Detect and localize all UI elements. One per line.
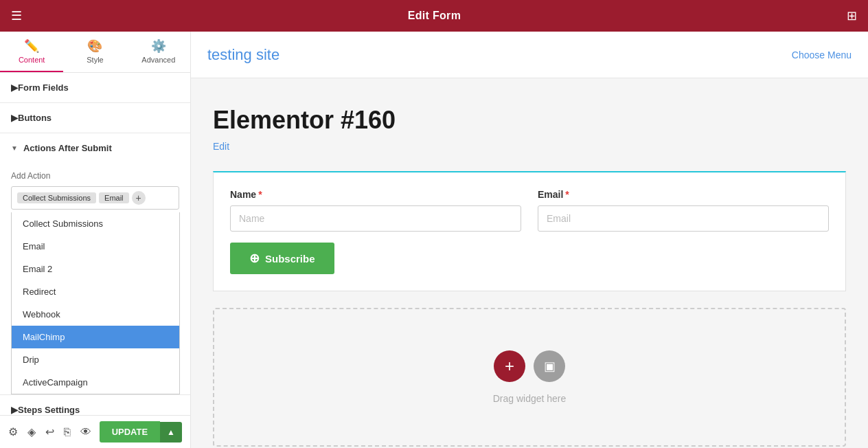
tab-style-label: Style [87, 56, 103, 64]
advanced-tab-icon: ⚙️ [151, 38, 166, 54]
history-icon[interactable]: ↩ [45, 425, 54, 438]
section-actions-header[interactable]: ▼ Actions After Submit [0, 133, 190, 163]
name-form-group: Name * [230, 189, 521, 232]
tab-content-label: Content [19, 56, 45, 64]
preview-icon[interactable]: 👁 [80, 426, 91, 438]
section-form-fields-label: Form Fields [18, 82, 69, 93]
sidebar-bottom: ⚙ ◈ ↩ ⎘ 👁 UPDATE ▲ [0, 415, 190, 448]
email-form-group: Email * [538, 189, 829, 232]
section-actions-label: Actions After Submit [23, 143, 112, 153]
name-label: Name * [230, 189, 521, 200]
subscribe-label: Subscribe [265, 253, 315, 265]
action-tag-email[interactable]: Email [99, 192, 129, 203]
dropdown-item-mailchimp[interactable]: MailChimp [12, 326, 179, 348]
section-buttons: ▶ Buttons [0, 103, 190, 133]
update-btn-group: UPDATE ▲ [100, 421, 182, 443]
dropdown-item-email-2[interactable]: Email 2 [12, 258, 179, 280]
action-tags-row[interactable]: Collect Submissions Email + [11, 186, 179, 210]
content-tab-icon: ✏️ [24, 38, 39, 54]
dropdown-item-webhook[interactable]: Webhook [12, 303, 179, 326]
page-title: Elementor #160 [213, 106, 846, 135]
drop-zone-text: Drag widget here [493, 393, 567, 404]
templates-icon[interactable]: ⎘ [64, 426, 71, 438]
add-tag-button[interactable]: + [132, 191, 146, 205]
section-steps-label: Steps Settings [18, 405, 80, 415]
action-dropdown: Collect Submissions Email Email 2 Redire… [11, 212, 180, 394]
dropdown-item-activecampaign[interactable]: ActiveCampaign [12, 371, 179, 394]
chevron-right-icon-2: ▶ [11, 113, 18, 123]
add-widget-button[interactable]: + [494, 350, 525, 382]
tab-style[interactable]: 🎨 Style [63, 32, 126, 72]
name-input[interactable] [230, 205, 521, 232]
section-actions: ▼ Actions After Submit Add Action Collec… [0, 133, 190, 395]
tab-content[interactable]: ✏️ Content [0, 32, 63, 72]
style-tab-icon: 🎨 [87, 38, 102, 54]
chevron-right-icon: ▶ [11, 82, 18, 93]
choose-menu-link[interactable]: Choose Menu [792, 49, 852, 60]
section-steps-header[interactable]: ▶ Steps Settings [0, 395, 190, 415]
subscribe-button[interactable]: ⊕ Subscribe [230, 243, 334, 274]
sidebar: ✏️ Content 🎨 Style ⚙️ Advanced ▶ Form Fi… [0, 32, 191, 448]
edit-link[interactable]: Edit [213, 141, 229, 152]
section-steps-settings: ▶ Steps Settings [0, 395, 190, 415]
subscribe-icon: ⊕ [249, 251, 260, 266]
form-container: Name * Email * ⊕ Subsc [213, 171, 846, 291]
drop-buttons: + ▣ [494, 350, 565, 382]
drop-zone: + ▣ Drag widget here [213, 308, 846, 447]
chevron-down-icon: ▼ [11, 144, 18, 152]
dropdown-item-redirect[interactable]: Redirect [12, 280, 179, 303]
hamburger-icon[interactable]: ☰ [11, 8, 22, 23]
name-required-star: * [258, 189, 262, 200]
dropdown-item-collect-submissions[interactable]: Collect Submissions [12, 212, 179, 235]
section-form-fields: ▶ Form Fields [0, 73, 190, 103]
email-required-star: * [565, 189, 569, 200]
update-button[interactable]: UPDATE [100, 421, 160, 443]
header-title: Edit Form [408, 10, 461, 22]
email-label: Email * [538, 189, 829, 200]
section-form-fields-header[interactable]: ▶ Form Fields [0, 73, 190, 102]
tab-advanced[interactable]: ⚙️ Advanced [127, 32, 190, 72]
action-tag-collect[interactable]: Collect Submissions [17, 192, 96, 203]
section-buttons-header[interactable]: ▶ Buttons [0, 103, 190, 133]
settings-icon[interactable]: ⚙ [8, 425, 18, 438]
tab-advanced-label: Advanced [141, 56, 175, 64]
actions-content: Add Action Collect Submissions Email + C… [0, 163, 190, 394]
layers-icon[interactable]: ◈ [27, 425, 36, 438]
canvas-area: testing site Choose Menu Elementor #160 … [191, 32, 868, 448]
bottom-icons: ⚙ ◈ ↩ ⎘ 👁 [8, 425, 91, 438]
chevron-right-icon-3: ▶ [11, 405, 18, 415]
dropdown-item-email[interactable]: Email [12, 235, 179, 258]
dropdown-item-drip[interactable]: Drip [12, 348, 179, 371]
section-buttons-label: Buttons [18, 113, 52, 123]
form-row: Name * Email * [230, 189, 829, 232]
update-arrow-button[interactable]: ▲ [160, 422, 182, 443]
email-input[interactable] [538, 205, 829, 232]
widget-library-button[interactable]: ▣ [534, 350, 565, 382]
sidebar-content: ▶ Form Fields ▶ Buttons ▼ Actions After … [0, 73, 190, 415]
site-title: testing site [207, 46, 279, 64]
main-layout: ✏️ Content 🎨 Style ⚙️ Advanced ▶ Form Fi… [0, 32, 868, 448]
tag-input[interactable] [148, 193, 173, 203]
sidebar-tabs: ✏️ Content 🎨 Style ⚙️ Advanced [0, 32, 190, 73]
top-header: ☰ Edit Form ⊞ [0, 0, 868, 32]
add-action-label: Add Action [11, 171, 179, 181]
grid-icon[interactable]: ⊞ [847, 8, 857, 23]
canvas-header: testing site Choose Menu [191, 32, 868, 78]
canvas-content: Elementor #160 Edit Name * Email [191, 78, 868, 448]
